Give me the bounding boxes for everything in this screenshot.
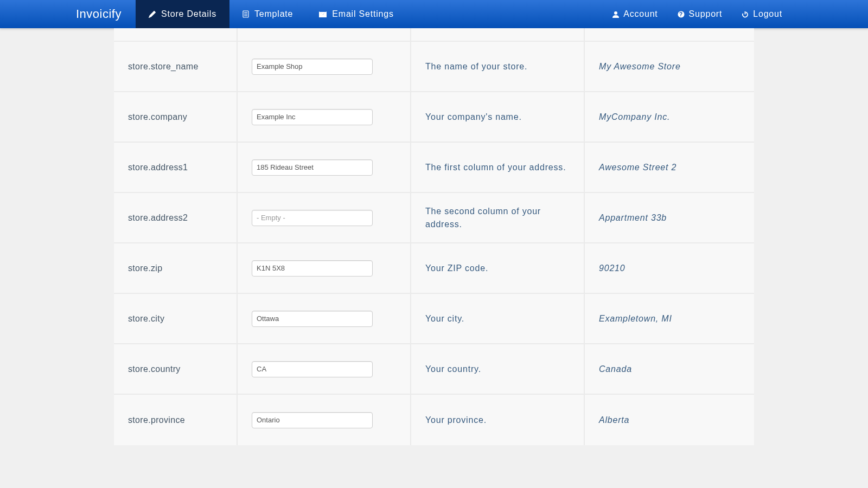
table-row: store.city Your city. Exampletown, MI [114,294,754,344]
address2-input[interactable] [252,210,373,226]
nav-label: Template [254,9,293,19]
field-example: Canada [585,344,754,394]
field-input-cell [238,294,411,343]
top-navbar: Invoicify Store Details Template ✉ Email… [0,0,868,28]
city-input[interactable] [252,311,373,327]
table-row: store.province Your province. Alberta [114,395,754,445]
field-key: store.address1 [114,143,238,192]
table-row: store.country Your country. Canada [114,344,754,395]
field-example: MyCompany Inc. [585,92,754,142]
nav-label: Email Settings [332,9,393,19]
field-input-cell [238,395,411,445]
nav-logout[interactable]: Logout [732,0,792,28]
field-example: 90210 [585,243,754,293]
nav-store-details[interactable]: Store Details [136,0,229,28]
header-cell [585,28,754,41]
nav-label: Logout [753,9,782,19]
field-input-cell [238,243,411,293]
field-example: My Awesome Store [585,42,754,91]
field-example: Awesome Street 2 [585,143,754,192]
table-row: store.store_name The name of your store.… [114,42,754,92]
country-input[interactable] [252,361,373,377]
nav-left-group: Store Details Template ✉ Email Settings [136,0,407,28]
field-description: Your province. [411,395,585,445]
header-cell [411,28,585,41]
field-key: store.country [114,344,238,394]
field-input-cell [238,42,411,91]
nav-label: Store Details [161,9,216,19]
field-input-cell [238,193,411,242]
nav-template[interactable]: Template [229,0,306,28]
nav-label: Support [689,9,723,19]
field-description: The second column of your address. [411,193,585,242]
field-key: store.address2 [114,193,238,242]
zip-input[interactable] [252,260,373,277]
field-input-cell [238,143,411,192]
field-input-cell [238,92,411,142]
field-description: The first column of your address. [411,143,585,192]
nav-account[interactable]: Account [603,0,667,28]
table-header-row [114,28,754,42]
field-key: store.city [114,294,238,343]
company-input[interactable] [252,109,373,125]
field-key: store.province [114,395,238,445]
field-key: store.zip [114,243,238,293]
nav-support[interactable]: ? Support [668,0,732,28]
nav-right-group: Account ? Support Logout [603,0,792,28]
field-example: Alberta [585,395,754,445]
nav-label: Account [623,9,658,19]
user-icon [612,11,619,18]
province-input[interactable] [252,412,373,428]
field-input-cell [238,344,411,394]
pencil-icon [149,11,156,18]
field-key: store.store_name [114,42,238,91]
power-icon [742,11,749,18]
question-icon: ? [678,11,685,18]
table-row: store.address1 The first column of your … [114,143,754,193]
field-description: Your country. [411,344,585,394]
header-cell [238,28,411,41]
main-container: store.store_name The name of your store.… [114,28,754,445]
field-description: The name of your store. [411,42,585,91]
table-row: store.zip Your ZIP code. 90210 [114,243,754,294]
brand-logo[interactable]: Invoicify [76,0,136,28]
field-example: Appartment 33b [585,193,754,242]
store-name-input[interactable] [252,59,373,75]
nav-email-settings[interactable]: ✉ Email Settings [306,0,406,28]
field-key: store.company [114,92,238,142]
field-description: Your company's name. [411,92,585,142]
table-row: store.address2 The second column of your… [114,193,754,243]
field-example: Exampletown, MI [585,294,754,343]
field-description: Your city. [411,294,585,343]
svg-text:?: ? [679,11,683,17]
address1-input[interactable] [252,159,373,176]
table-row: store.company Your company's name. MyCom… [114,92,754,143]
file-icon [242,10,249,18]
field-description: Your ZIP code. [411,243,585,293]
header-cell [114,28,238,41]
svg-point-4 [614,11,617,15]
